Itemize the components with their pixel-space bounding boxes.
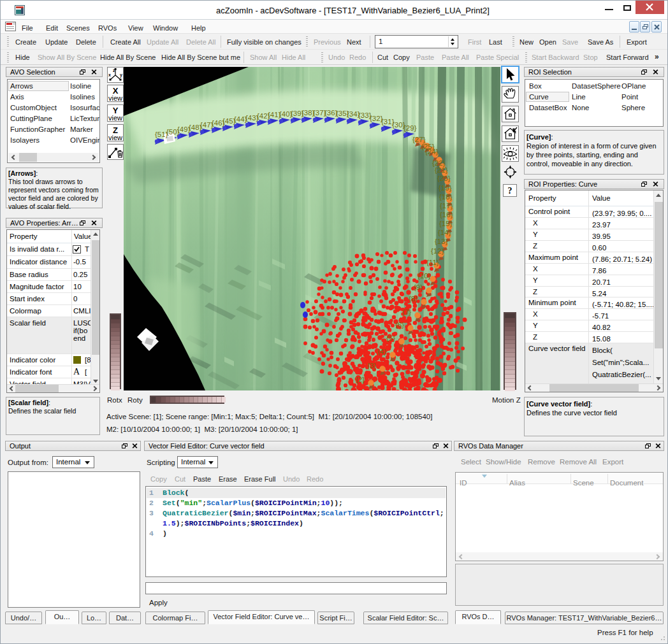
svg-text:{9}: {9}: [414, 283, 423, 291]
svg-text:{19}: {19}: [439, 184, 452, 192]
svg-text:{10}: {10}: [418, 272, 431, 280]
svg-text:{24}: {24}: [425, 148, 439, 155]
svg-text:x: x: [108, 73, 111, 77]
svg-text:{12}: {12}: [431, 247, 444, 255]
svg-text:{20}: {20}: [437, 175, 451, 182]
svg-text:{13}: {13}: [435, 238, 448, 245]
svg-text:{5}: {5}: [386, 334, 395, 342]
svg-text:{21}: {21}: [435, 166, 448, 174]
svg-text:{29}: {29}: [403, 124, 417, 132]
svg-text:{6}: {6}: [395, 321, 404, 329]
svg-text:{4}: {4}: [377, 348, 386, 355]
svg-text:{7}: {7}: [402, 308, 411, 316]
svg-text:{11}: {11}: [426, 259, 439, 266]
svg-text:{3}: {3}: [367, 362, 376, 369]
svg-text:{16}: {16}: [440, 211, 453, 218]
svg-text:{18}: {18}: [439, 193, 453, 201]
svg-text:{15}: {15}: [439, 220, 453, 227]
svg-text:{2}: {2}: [356, 376, 365, 383]
svg-text:{8}: {8}: [409, 295, 418, 303]
svg-text:y: y: [120, 73, 122, 78]
svg-text:{14}: {14}: [438, 229, 451, 236]
svg-text:{17}: {17}: [440, 202, 453, 210]
svg-text:z: z: [113, 68, 115, 73]
